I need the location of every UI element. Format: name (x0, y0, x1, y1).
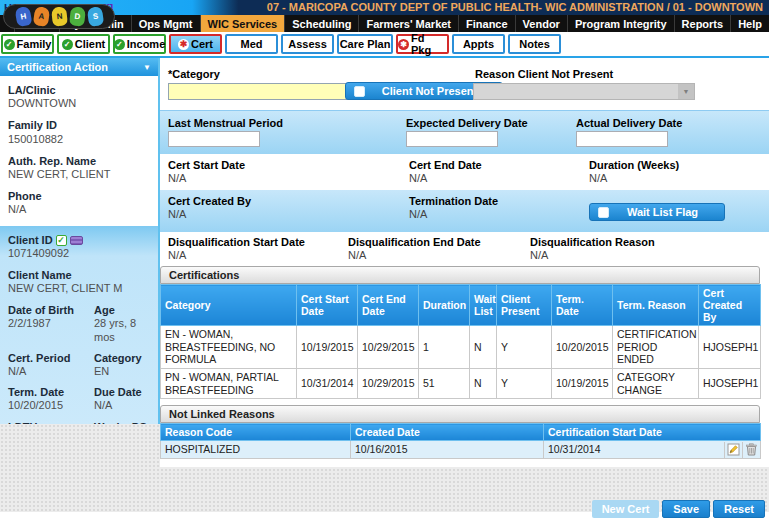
new-cert-button[interactable]: New Cert (592, 500, 660, 518)
menu-item-scheduling[interactable]: Scheduling (284, 15, 358, 32)
tab-fd-pkg[interactable]: ✱ Fd Pkg (396, 34, 449, 54)
cert-main-panel: *Category ▼ Client Not Present Reason Cl… (160, 58, 769, 467)
disq-reason-label: Disqualification Reason (530, 236, 655, 248)
id-card-icon (70, 236, 83, 245)
hand-logo-letter: S (86, 6, 103, 27)
save-button[interactable]: Save (662, 500, 710, 518)
menu-item-program-integrity[interactable]: Program Integrity (567, 15, 674, 32)
tab-med[interactable]: Med (225, 34, 278, 54)
menu-item-help[interactable]: Help (730, 15, 769, 32)
duration-weeks-label: Duration (Weeks) (589, 159, 679, 171)
column-header[interactable]: Term. Date (552, 285, 613, 326)
tab-appts[interactable]: Appts (452, 34, 505, 54)
column-header[interactable]: Wait List (470, 285, 497, 326)
column-header[interactable]: Cert Created By (699, 285, 761, 326)
delete-trash-icon[interactable] (742, 442, 760, 458)
menu-item-reports[interactable]: Reports (674, 15, 731, 32)
table-row[interactable]: EN - WOMAN, BREASTFEEDING, NO FORMULA 10… (161, 326, 761, 369)
disq-start-label: Disqualification Start Date (168, 236, 305, 248)
field-la-clinic: LA/Clinic DOWNTOWN (8, 84, 150, 110)
field-phone: Phone N/A (8, 190, 150, 216)
table-row[interactable]: HOSPITALIZED 10/16/2015 10/31/2014 (161, 441, 761, 459)
actual-delivery-date-input[interactable] (576, 131, 668, 147)
field-pair-ldtu-weekspg: LDTUN/A Weeks PGN/A (8, 421, 150, 424)
tab-cert-selected[interactable]: ✱ Cert (169, 34, 222, 54)
certifications-table: Category Cert Start Date Cert End Date D… (160, 284, 761, 399)
column-header[interactable]: Term. Reason (613, 285, 699, 326)
menu-item-vendor[interactable]: Vendor (515, 15, 567, 32)
main-menu: Home Sys Admin Ops Mgmt WIC Services Sch… (0, 15, 769, 32)
delivery-dates-row: Last Menstrual Period Expected Delivery … (160, 110, 769, 154)
hand-logo-letter: H (14, 6, 32, 27)
certification-action-dropdown[interactable]: Certification Action ▼ (0, 58, 158, 76)
tab-label: Fd Pkg (411, 32, 447, 56)
cert-created-by-label: Cert Created By (168, 195, 251, 207)
footer-action-buttons: New Cert Save Reset (592, 500, 765, 518)
not-linked-reasons-table: Reason Code Created Date Certification S… (160, 423, 761, 459)
disqualification-row: Disqualification Start Date N/A Disquali… (160, 232, 769, 266)
error-asterisk-icon: ✱ (398, 39, 409, 50)
column-header[interactable]: Cert Start Date (297, 285, 358, 326)
app-title: 07 - MARICOPA COUNTY DEPT OF PUBLIC HEAL… (267, 1, 763, 13)
tab-label: Client (75, 38, 106, 50)
checkbox-unchecked-icon[interactable] (598, 207, 609, 218)
cert-start-date-label: Cert Start Date (168, 159, 245, 171)
cert-created-by-value: N/A (168, 208, 186, 220)
termination-date-label: Termination Date (409, 195, 498, 207)
menu-item-finance[interactable]: Finance (458, 15, 515, 32)
column-header[interactable]: Client Present (497, 285, 552, 326)
tab-notes[interactable]: Notes (508, 34, 561, 54)
sidebar-family-section: LA/Clinic DOWNTOWN Family ID 150010882 A… (0, 76, 158, 217)
certifications-section: Certifications Category Cert Start Date … (160, 266, 760, 399)
check-circle-icon: ✓ (62, 39, 73, 50)
tab-family[interactable]: ✓ Family (1, 34, 54, 54)
menu-item-farmers-market[interactable]: Farmers' Market (358, 15, 458, 32)
tab-client[interactable]: ✓ Client (57, 34, 110, 54)
termination-date-value: N/A (409, 208, 427, 220)
column-header[interactable]: Cert End Date (358, 285, 419, 326)
reset-button[interactable]: Reset (713, 500, 765, 518)
chevron-down-icon: ▼ (143, 63, 151, 72)
edit-pencil-icon[interactable] (724, 442, 742, 458)
column-header[interactable]: Reason Code (161, 424, 351, 441)
tab-label: Assess (288, 38, 327, 50)
lmp-input[interactable] (168, 131, 260, 147)
cert-end-date-label: Cert End Date (409, 159, 482, 171)
column-header[interactable]: Duration (419, 285, 470, 326)
tab-label: Family (17, 38, 52, 50)
category-label: *Category (168, 68, 220, 80)
edd-input[interactable] (406, 131, 498, 147)
menu-item-wic-services[interactable]: WIC Services (200, 15, 285, 32)
column-header[interactable]: Category (161, 285, 297, 326)
cert-created-row: Cert Created By N/A Termination Date N/A… (160, 190, 769, 232)
hand-logo-letter: A (32, 6, 49, 27)
field-auth-rep-name: Auth. Rep. Name NEW CERT, CLIENT (8, 155, 150, 181)
sidebar-client-section: Client ID ✓ 1071409092 Client Name NEW C… (0, 226, 158, 425)
client-sidebar: Certification Action ▼ LA/Clinic DOWNTOW… (0, 58, 160, 424)
tab-label: Care Plan (340, 38, 391, 50)
field-client-id: Client ID ✓ 1071409092 (8, 234, 150, 260)
tab-label: Cert (191, 38, 213, 50)
field-pair-termdate-duedate: Term. Date10/20/2015 Due DateN/A (8, 386, 150, 412)
record-tab-bar: ✓ Family ✓ Client ✓ Income ✱ Cert Med As… (0, 32, 769, 56)
actual-delivery-date-label: Actual Delivery Date (576, 117, 682, 129)
wait-list-flag-button[interactable]: Wait List Flag (589, 203, 725, 221)
hand-logo-letter: N (51, 6, 68, 26)
hand-logo-letter: D (69, 6, 86, 26)
edd-label: Expected Delivery Date (406, 117, 528, 129)
column-header[interactable]: Created Date (351, 424, 544, 441)
table-row[interactable]: PN - WOMAN, PARTIAL BREASTFEEDING 10/31/… (161, 368, 761, 398)
tab-label: Appts (463, 38, 494, 50)
menu-item-ops-mgmt[interactable]: Ops Mgmt (131, 15, 200, 32)
checkbox-unchecked-icon[interactable] (354, 86, 365, 97)
sidebar-header-label: Certification Action (7, 61, 108, 73)
tab-income[interactable]: ✓ Income (113, 34, 166, 54)
not-linked-reasons-section: Not Linked Reasons Reason Code Created D… (160, 405, 760, 459)
tab-care-plan[interactable]: Care Plan (337, 34, 393, 54)
reason-client-not-present-select: ▼ (473, 83, 695, 100)
tab-assess[interactable]: Assess (281, 34, 334, 54)
tab-label: Med (241, 38, 263, 50)
not-linked-header-row: Reason Code Created Date Certification S… (161, 424, 761, 441)
lmp-label: Last Menstrual Period (168, 117, 283, 129)
column-header[interactable]: Certification Start Date (544, 424, 761, 441)
